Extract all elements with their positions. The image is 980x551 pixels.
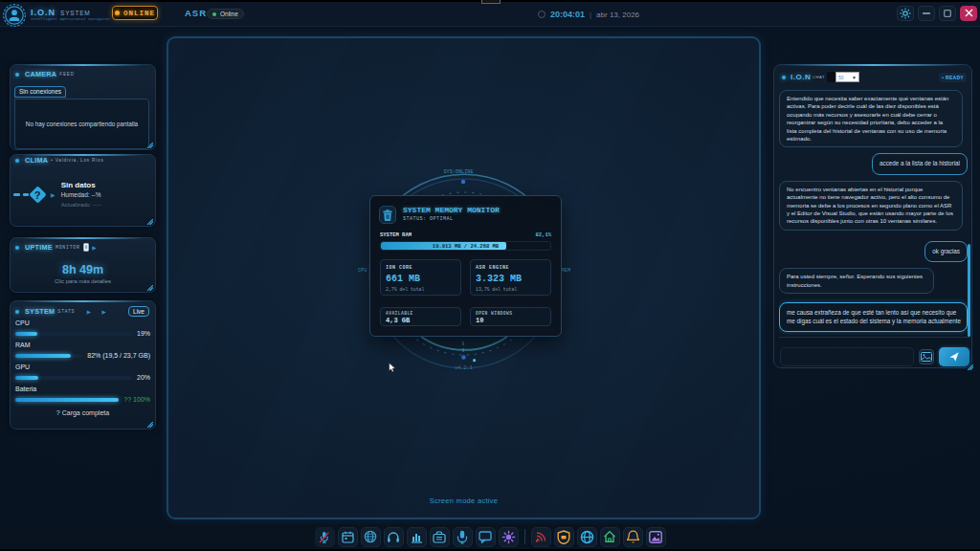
svg-text:CPU: CPU — [358, 268, 367, 274]
svg-text:SYS:ONLINE: SYS:ONLINE — [443, 169, 473, 175]
svg-text:MEM: MEM — [562, 268, 570, 274]
svg-text:v4.2.1: v4.2.1 — [455, 365, 473, 371]
